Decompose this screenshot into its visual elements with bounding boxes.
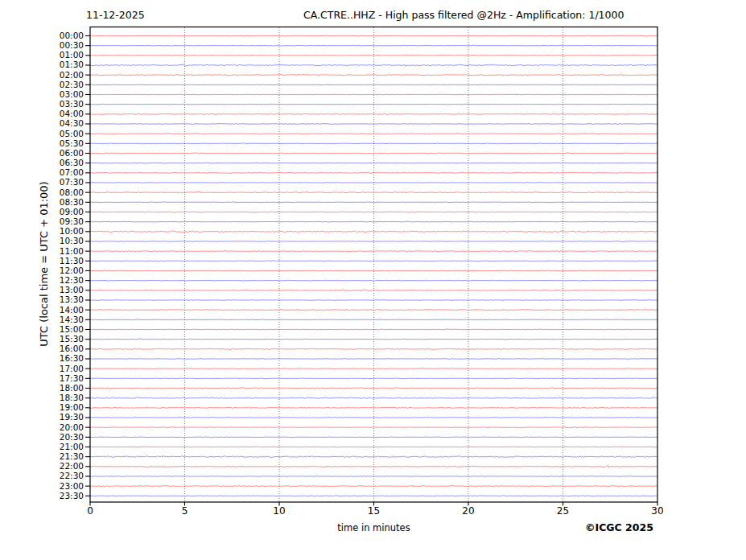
trace-0630 — [90, 163, 657, 163]
trace-0330 — [90, 104, 657, 105]
y-tick-label: 01:30 — [3, 60, 84, 69]
y-tick-label: 12:30 — [3, 276, 84, 285]
y-tick-label: 16:30 — [3, 354, 84, 363]
y-tick-label: 07:30 — [3, 178, 84, 187]
y-tick-label: 13:00 — [3, 286, 84, 294]
y-tick-label: 11:30 — [3, 257, 84, 266]
x-tick-label: 10 — [263, 505, 295, 517]
y-tick-label: 23:00 — [3, 482, 84, 491]
trace-0000 — [90, 35, 657, 36]
trace-0430 — [90, 123, 657, 124]
y-tick-label: 06:00 — [3, 149, 84, 158]
trace-2230 — [90, 476, 657, 476]
vertical-gridlines — [185, 27, 563, 502]
trace-1900 — [90, 407, 657, 409]
y-tick-label: 17:00 — [3, 364, 84, 373]
y-tick-label: 06:30 — [3, 159, 84, 167]
x-tick-label: 15 — [358, 505, 390, 517]
y-tick-label: 09:30 — [3, 217, 84, 226]
y-tick-label: 20:00 — [3, 423, 84, 432]
trace-1230 — [90, 280, 657, 281]
trace-2030 — [90, 437, 657, 438]
y-tick-label: 21:30 — [3, 452, 84, 461]
y-tick-label: 00:30 — [3, 41, 84, 50]
y-tick-label: 00:00 — [3, 31, 84, 40]
y-tick-label: 09:00 — [3, 208, 84, 216]
helicorder-page: 11-12-2025 CA.CTRE..HHZ - High pass filt… — [0, 0, 746, 560]
y-tick-label: 12:00 — [3, 266, 84, 275]
y-tick-label: 05:00 — [3, 130, 84, 138]
trace-1400 — [90, 309, 657, 311]
y-tick-label: 22:00 — [3, 462, 84, 471]
y-tick-label: 03:30 — [3, 100, 84, 109]
trace-1130 — [90, 261, 657, 261]
x-tick-label: 20 — [452, 505, 484, 517]
seismic-traces — [90, 35, 657, 496]
y-tick-label: 22:30 — [3, 471, 84, 480]
trace-1430 — [90, 319, 657, 320]
y-tick-label: 02:30 — [3, 80, 84, 89]
trace-2100 — [90, 447, 657, 447]
trace-1530 — [90, 339, 657, 340]
x-axis-title: time in minutes — [325, 522, 422, 533]
x-tick-label: 5 — [169, 505, 201, 517]
y-tick-label: 14:00 — [3, 306, 84, 315]
trace-0930 — [90, 221, 657, 222]
y-tick-label: 08:00 — [3, 188, 84, 197]
y-tick-label: 04:30 — [3, 119, 84, 128]
trace-1800 — [90, 388, 657, 389]
trace-0030 — [90, 45, 657, 46]
trace-0230 — [90, 84, 657, 85]
y-tick-label: 02:00 — [3, 71, 84, 80]
trace-1930 — [90, 418, 657, 418]
x-tick-label: 30 — [641, 505, 674, 517]
trace-1630 — [90, 359, 657, 360]
y-tick-label: 10:30 — [3, 237, 84, 245]
trace-0100 — [90, 55, 657, 56]
y-tick-label: 01:00 — [3, 51, 84, 60]
trace-1200 — [90, 270, 657, 271]
y-tick-label: 11:00 — [3, 247, 84, 256]
y-tick-label: 18:30 — [3, 393, 84, 402]
y-tick-label: 23:30 — [3, 492, 84, 500]
y-tick-label: 14:30 — [3, 315, 84, 324]
y-tick-label: 17:30 — [3, 374, 84, 383]
y-tick-label: 16:00 — [3, 344, 84, 353]
y-tick-label: 19:00 — [3, 403, 84, 412]
trace-2200 — [90, 465, 657, 467]
y-tick-label: 13:30 — [3, 295, 84, 304]
y-tick-label: 21:00 — [3, 443, 84, 451]
trace-1730 — [90, 378, 657, 379]
trace-1700 — [90, 368, 657, 369]
trace-0300 — [90, 94, 657, 95]
trace-0200 — [90, 74, 657, 76]
y-tick-label: 15:00 — [3, 325, 84, 334]
y-tick-label: 20:30 — [3, 433, 84, 442]
trace-2000 — [90, 427, 657, 428]
y-tick-label: 15:30 — [3, 335, 84, 344]
trace-0700 — [90, 172, 657, 174]
copyright-label: ©ICGC 2025 — [585, 521, 653, 533]
y-tick-label: 10:00 — [3, 227, 84, 236]
x-tick-label: 0 — [74, 505, 106, 517]
y-tick-label: 07:00 — [3, 168, 84, 177]
y-tick-label: 04:00 — [3, 109, 84, 118]
y-tick-label: 05:30 — [3, 139, 84, 148]
y-tick-labels: 00:0000:3001:0001:3002:0002:3003:0003:30… — [0, 0, 84, 560]
y-tick-label: 18:00 — [3, 384, 84, 393]
x-tick-label: 25 — [547, 505, 579, 517]
y-tick-label: 19:30 — [3, 413, 84, 422]
y-tick-label: 03:00 — [3, 90, 84, 99]
trace-1100 — [90, 251, 657, 252]
trace-0900 — [90, 212, 657, 212]
y-tick-label: 08:30 — [3, 198, 84, 207]
trace-0130 — [90, 64, 657, 66]
trace-0830 — [90, 202, 657, 203]
trace-1330 — [90, 300, 657, 301]
helicorder-plot — [0, 0, 746, 560]
trace-1030 — [90, 241, 657, 242]
trace-2300 — [90, 485, 657, 486]
